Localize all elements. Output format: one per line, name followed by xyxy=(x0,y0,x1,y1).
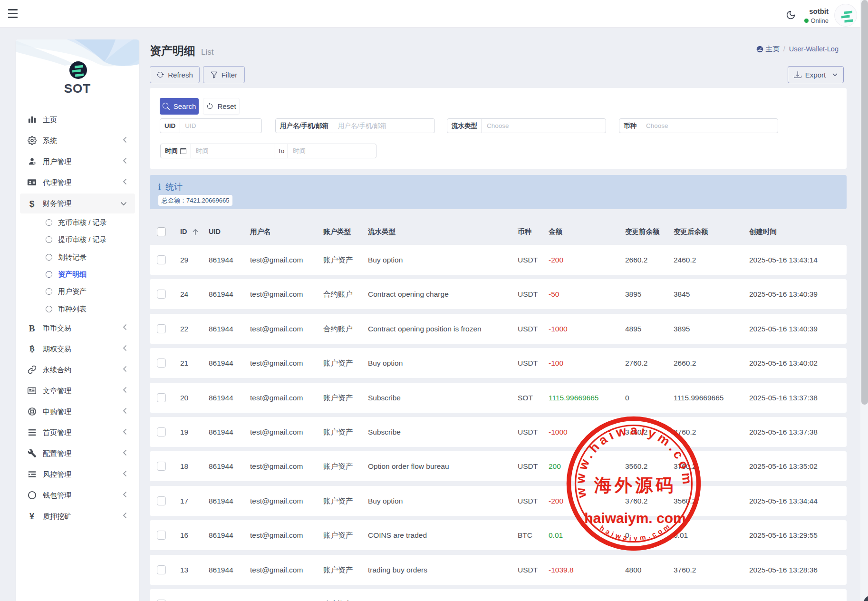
svg-text:haiwaiym. com: haiwaiym. com xyxy=(584,510,685,526)
svg-text:B: B xyxy=(29,345,35,353)
svg-text:海外源码: 海外源码 xyxy=(594,475,676,495)
